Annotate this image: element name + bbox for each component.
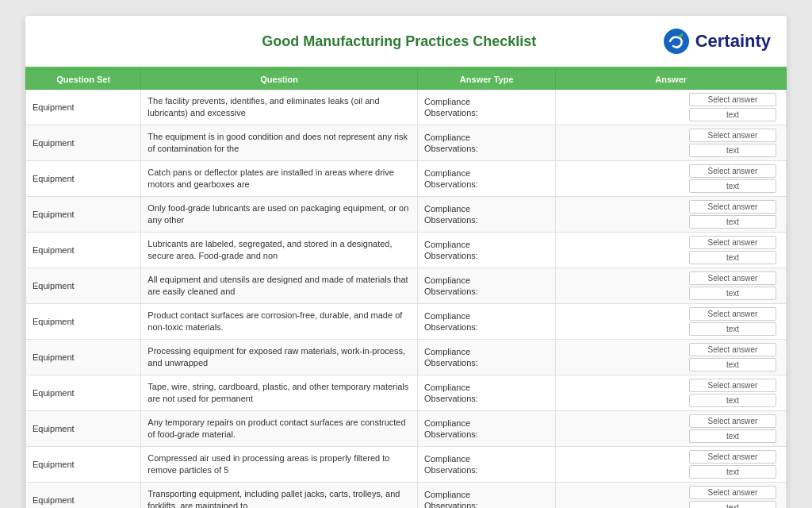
answer-type-compliance: Compliance — [424, 240, 549, 249]
table-row: EquipmentTape, wire, string, cardboard, … — [26, 375, 787, 411]
text-answer-field[interactable]: text — [689, 358, 776, 371]
answer-type-compliance: Compliance — [424, 418, 549, 428]
select-answer-button[interactable]: Select answer — [689, 379, 776, 392]
col-header-answer-type: Answer Type — [418, 70, 556, 90]
svg-point-0 — [664, 29, 689, 54]
logo-area: Certainty — [662, 27, 771, 56]
answer-type-compliance: Compliance — [424, 383, 549, 392]
cell-answer-type: ComplianceObservations: — [418, 411, 556, 447]
answer-type-compliance: Compliance — [424, 204, 549, 214]
checklist-table: Question Set Question Answer Type Answer… — [25, 69, 787, 508]
cell-answer: Select answertext — [556, 411, 787, 447]
select-answer-button[interactable]: Select answer — [689, 271, 776, 285]
cell-question-set: Equipment — [26, 447, 141, 483]
cell-question-set: Equipment — [26, 268, 141, 304]
answer-type-observations: Observations: — [424, 179, 549, 189]
header: Good Manufacturing Practices Checklist C… — [25, 16, 787, 69]
logo-text: Certainty — [695, 31, 771, 52]
cell-answer-type: ComplianceObservations: — [418, 233, 556, 268]
col-header-answer: Answer — [556, 70, 787, 90]
text-answer-field[interactable]: text — [689, 465, 776, 479]
cell-answer-type: ComplianceObservations: — [418, 161, 556, 197]
col-header-question-set: Question Set — [26, 70, 141, 90]
select-answer-button[interactable]: Select answer — [689, 414, 776, 428]
cell-question: Processing equipment for exposed raw mat… — [141, 340, 418, 375]
page-title: Good Manufacturing Practices Checklist — [136, 33, 662, 50]
table-row: EquipmentThe facility prevents, identifi… — [26, 90, 787, 125]
cell-question-set: Equipment — [26, 90, 141, 125]
cell-question-set: Equipment — [26, 483, 141, 509]
text-answer-field[interactable]: text — [689, 287, 776, 300]
select-answer-button[interactable]: Select answer — [689, 236, 776, 249]
text-answer-field[interactable]: text — [689, 394, 776, 407]
select-answer-button[interactable]: Select answer — [689, 164, 776, 178]
table-header-row: Question Set Question Answer Type Answer — [26, 70, 787, 90]
text-answer-field[interactable]: text — [689, 251, 776, 264]
table-row: EquipmentProduct contact surfaces are co… — [26, 304, 787, 340]
cell-answer: Select answertext — [556, 268, 787, 304]
answer-type-observations: Observations: — [424, 215, 549, 225]
cell-question: Lubricants are labeled, segregated, and … — [141, 233, 418, 268]
cell-question-set: Equipment — [26, 197, 141, 233]
cell-question: The equipment is in good condition and d… — [141, 125, 418, 161]
cell-answer: Select answertext — [556, 161, 787, 197]
cell-answer-type: ComplianceObservations: — [418, 90, 556, 125]
answer-type-observations: Observations: — [424, 501, 549, 508]
table-row: EquipmentAny temporary repairs on produc… — [26, 411, 787, 447]
answer-type-observations: Observations: — [424, 108, 549, 117]
answer-type-observations: Observations: — [424, 394, 549, 403]
cell-answer-type: ComplianceObservations: — [418, 340, 556, 375]
cell-question: Product contact surfaces are corrosion-f… — [141, 304, 418, 340]
cell-question: Compressed air used in processing areas … — [141, 447, 418, 483]
cell-question-set: Equipment — [26, 304, 141, 340]
text-answer-field[interactable]: text — [689, 144, 776, 157]
answer-type-compliance: Compliance — [424, 490, 549, 499]
cell-answer: Select answertext — [556, 375, 787, 411]
certainty-logo-icon — [662, 27, 691, 56]
table-row: EquipmentLubricants are labeled, segrega… — [26, 233, 787, 268]
table-row: EquipmentProcessing equipment for expose… — [26, 340, 787, 375]
cell-answer-type: ComplianceObservations: — [418, 447, 556, 483]
cell-answer: Select answertext — [556, 197, 787, 233]
text-answer-field[interactable]: text — [689, 501, 776, 508]
cell-question-set: Equipment — [26, 375, 141, 411]
answer-type-observations: Observations: — [424, 465, 549, 475]
text-answer-field[interactable]: text — [689, 108, 776, 121]
text-answer-field[interactable]: text — [689, 179, 776, 193]
cell-question: The facility prevents, identifies, and e… — [141, 90, 418, 125]
cell-answer-type: ComplianceObservations: — [418, 268, 556, 304]
select-answer-button[interactable]: Select answer — [689, 93, 776, 106]
answer-type-compliance: Compliance — [424, 454, 549, 464]
cell-question-set: Equipment — [26, 161, 141, 197]
table-row: EquipmentOnly food-grade lubricants are … — [26, 197, 787, 233]
cell-answer-type: ComplianceObservations: — [418, 197, 556, 233]
select-answer-button[interactable]: Select answer — [689, 129, 776, 142]
select-answer-button[interactable]: Select answer — [689, 486, 776, 499]
answer-type-compliance: Compliance — [424, 133, 549, 142]
cell-question: Only food-grade lubricants are used on p… — [141, 197, 418, 233]
select-answer-button[interactable]: Select answer — [689, 343, 776, 356]
answer-type-observations: Observations: — [424, 322, 549, 332]
cell-answer-type: ComplianceObservations: — [418, 483, 556, 509]
cell-question: Tape, wire, string, cardboard, plastic, … — [141, 375, 418, 411]
cell-question-set: Equipment — [26, 340, 141, 375]
select-answer-button[interactable]: Select answer — [689, 450, 776, 464]
answer-type-observations: Observations: — [424, 287, 549, 296]
answer-type-observations: Observations: — [424, 251, 549, 260]
cell-answer: Select answertext — [556, 125, 787, 161]
cell-question: Catch pans or deflector plates are insta… — [141, 161, 418, 197]
col-header-question: Question — [141, 70, 418, 90]
select-answer-button[interactable]: Select answer — [689, 307, 776, 321]
cell-question-set: Equipment — [26, 233, 141, 268]
answer-type-compliance: Compliance — [424, 97, 549, 106]
answer-type-compliance: Compliance — [424, 347, 549, 356]
text-answer-field[interactable]: text — [689, 322, 776, 336]
cell-answer: Select answertext — [556, 90, 787, 125]
cell-question-set: Equipment — [26, 411, 141, 447]
table-wrapper: Question Set Question Answer Type Answer… — [25, 69, 787, 508]
text-answer-field[interactable]: text — [689, 215, 776, 229]
table-row: EquipmentAll equipment and utensils are … — [26, 268, 787, 304]
answer-type-compliance: Compliance — [424, 168, 549, 178]
select-answer-button[interactable]: Select answer — [689, 200, 776, 214]
text-answer-field[interactable]: text — [689, 429, 776, 443]
